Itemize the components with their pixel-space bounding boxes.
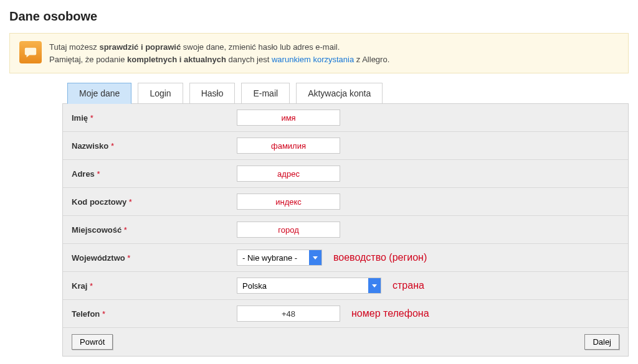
row-telefon: Telefon * номер телефона	[63, 300, 628, 328]
page-title: Dane osobowe	[9, 9, 629, 24]
buttons-row: Powrót Dalej	[63, 328, 628, 356]
row-imie: Imię *	[63, 104, 628, 132]
required-marker: *	[129, 197, 132, 207]
select-wojewodztwo[interactable]: - Nie wybrane -	[237, 250, 321, 265]
annot-telefon: номер телефона	[351, 308, 429, 319]
label-kraj: Kraj *	[72, 281, 237, 291]
tab-login[interactable]: Login	[138, 83, 183, 104]
label-kod: Kod pocztowy *	[72, 197, 237, 207]
label-telefon: Telefon *	[72, 309, 237, 319]
next-button[interactable]: Dalej	[584, 334, 619, 350]
row-kod: Kod pocztowy *	[63, 188, 628, 216]
input-telefon[interactable]	[237, 306, 340, 322]
notice-line1-suffix: swoje dane, zmienić hasło lub adres e-ma…	[181, 42, 340, 52]
notice-text: Tutaj możesz sprawdzić i poprawić swoje …	[49, 41, 389, 65]
input-adres[interactable]	[237, 166, 340, 182]
back-button[interactable]: Powrót	[72, 334, 113, 350]
required-marker: *	[111, 141, 114, 151]
tab-email[interactable]: E-mail	[241, 83, 290, 104]
row-miejscowosc: Miejscowość *	[63, 216, 628, 244]
label-miejscowosc: Miejscowość *	[72, 225, 237, 235]
input-miejscowosc[interactable]	[237, 222, 340, 238]
annot-kraj: страна	[393, 280, 424, 291]
input-nazwisko[interactable]	[237, 138, 340, 154]
row-wojewodztwo: Województwo * - Nie wybrane - воеводство…	[63, 244, 628, 272]
required-marker: *	[97, 169, 100, 179]
label-wojewodztwo: Województwo *	[72, 253, 237, 263]
notice-line2-prefix: Pamiętaj, że podanie	[49, 55, 127, 64]
notice-line1-prefix: Tutaj możesz	[49, 42, 99, 52]
tab-haslo[interactable]: Hasło	[189, 83, 236, 104]
tab-moje-dane[interactable]: Moje dane	[67, 83, 131, 104]
select-wojewodztwo-wrap: - Nie wybrane -	[237, 250, 322, 266]
label-adres: Adres *	[72, 169, 237, 179]
notice-line2-bold: kompletnych i aktualnych	[127, 55, 226, 64]
required-marker: *	[90, 113, 93, 123]
select-kraj[interactable]: Polska	[237, 278, 381, 293]
tab-aktywacja[interactable]: Aktywacja konta	[296, 83, 383, 104]
select-kraj-wrap: Polska	[237, 278, 381, 294]
notice-terms-link[interactable]: warunkiem korzystania	[272, 55, 354, 64]
input-imie[interactable]	[237, 110, 340, 126]
row-adres: Adres *	[63, 160, 628, 188]
label-imie: Imię *	[72, 113, 237, 123]
form-panel: Imię * Nazwisko * Adres * Kod pocztowy *	[62, 103, 629, 357]
notice-line2-middle: danych jest	[226, 55, 272, 64]
annot-wojewodztwo: воеводство (регион)	[333, 252, 427, 263]
form-wrap: Moje dane Login Hasło E-mail Aktywacja k…	[62, 83, 629, 357]
required-marker: *	[127, 253, 130, 263]
notice-box: Tutaj możesz sprawdzić i poprawić swoje …	[9, 33, 629, 73]
notice-line2-suffix: z Allegro.	[354, 55, 389, 64]
input-kod[interactable]	[237, 194, 340, 210]
required-marker: *	[102, 309, 105, 319]
notice-line1-bold: sprawdzić i poprawić	[99, 42, 181, 52]
row-nazwisko: Nazwisko *	[63, 132, 628, 160]
required-marker: *	[124, 225, 127, 235]
row-kraj: Kraj * Polska страна	[63, 272, 628, 300]
chat-bubble-icon	[19, 41, 42, 63]
required-marker: *	[90, 281, 93, 291]
tabs: Moje dane Login Hasło E-mail Aktywacja k…	[67, 83, 629, 104]
label-nazwisko: Nazwisko *	[72, 141, 237, 151]
